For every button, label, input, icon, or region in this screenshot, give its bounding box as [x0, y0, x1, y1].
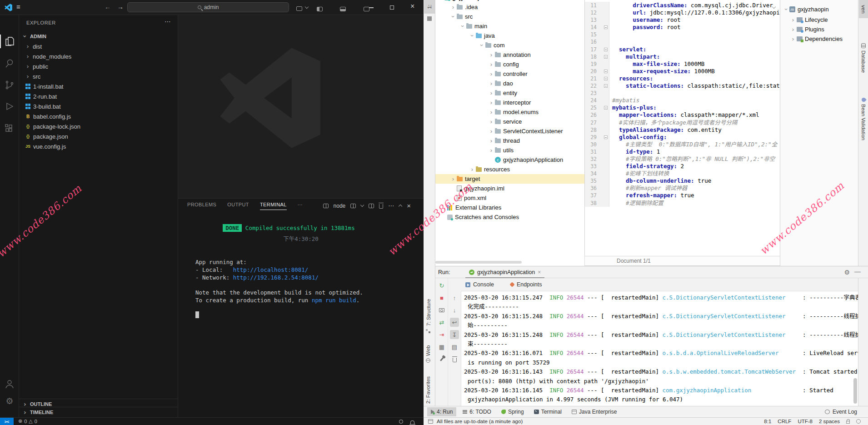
exit-icon[interactable]: ⇥ — [437, 330, 446, 339]
toolwindow-button-terminal[interactable]: Terminal — [530, 407, 565, 416]
settings-gear-icon[interactable]: ⚙ — [4, 396, 15, 407]
scroll-to-end-icon[interactable]: ↧ — [450, 330, 459, 339]
tree-item-pom-xml[interactable]: pom.xml — [435, 193, 584, 203]
tree-horizontal-scrollbar[interactable] — [435, 261, 522, 264]
soft-wrap-icon[interactable]: ↩ — [450, 318, 459, 327]
tree-item-annotation[interactable]: ›annotation — [435, 50, 584, 60]
tree-item-thread[interactable]: ›thread — [435, 136, 584, 145]
problems-status[interactable]: ⊗0 △0 — [18, 418, 37, 424]
maven-item-dependencies[interactable]: ›Dependencies — [789, 34, 843, 44]
explorer-folder-public[interactable]: ›public — [19, 61, 178, 71]
menu-hamburger-icon[interactable]: ≡ — [16, 3, 20, 10]
split-terminal-icon[interactable] — [369, 204, 374, 208]
maven-item-lifecycle[interactable]: ›Lifecycle — [789, 15, 828, 25]
run-console[interactable]: 2025-03-20 16:31:15.247 INFO 26544 --- [… — [461, 291, 858, 406]
clear-console-icon[interactable] — [450, 355, 459, 364]
layout-customize-icon[interactable] — [296, 5, 302, 13]
toolwindow-button-4-run[interactable]: 4: Run — [427, 407, 456, 416]
stop-icon[interactable]: ■ — [437, 293, 446, 302]
down-stacktrace-icon[interactable]: ↓ — [450, 305, 459, 315]
database-toolwindow-tab[interactable]: Database — [861, 43, 866, 86]
nav-forward-icon[interactable]: → — [117, 3, 124, 10]
timeline-section[interactable]: › TIMELINE — [19, 407, 178, 417]
panel-tab-output[interactable]: OUTPUT — [227, 202, 249, 210]
favorites-toolwindow-tab[interactable]: ★2: Favorites — [425, 366, 431, 412]
tree-item-gxjyzhaopinapplication[interactable]: cgxjyzhaopinApplication — [435, 155, 584, 165]
tree-item-src[interactable]: ›src — [435, 12, 584, 21]
tree-item-controller[interactable]: ›controller — [435, 69, 584, 79]
explorer-file-package-lock-json[interactable]: {}package-lock.json — [19, 121, 178, 131]
minimize-button[interactable] — [369, 7, 374, 8]
run-settings-gear-icon[interactable]: ⚙ — [844, 269, 850, 276]
explorer-file-1-install-bat[interactable]: 1-install.bat — [19, 81, 178, 91]
launch-profile-icon[interactable] — [350, 204, 356, 208]
toggle-sidebar-icon[interactable] — [317, 7, 323, 11]
maven-toolwindow-tab[interactable]: ven — [859, 0, 868, 18]
restart-springs-icon[interactable]: ⇄ — [437, 318, 446, 327]
editor-watermark-area[interactable] — [178, 15, 424, 198]
panel-tabs-more-icon[interactable]: ⋯ — [298, 202, 303, 210]
search-sidebar-icon[interactable] — [4, 58, 15, 69]
camera-icon[interactable] — [437, 305, 446, 315]
tree-item-main[interactable]: ›main — [435, 21, 584, 31]
tree-item-model-enums[interactable]: ›model.enums — [435, 107, 584, 117]
explorer-file-package-json[interactable]: {}package.json — [19, 131, 178, 141]
explorer-file-3-build-bat[interactable]: 3-build.bat — [19, 101, 178, 111]
rerun-icon[interactable]: ↻ — [437, 281, 446, 290]
command-center-search[interactable]: admin — [127, 2, 289, 12]
pin-tab-icon[interactable] — [437, 355, 446, 364]
explorer-file-vue-config-js[interactable]: JSvue.config.js — [19, 141, 178, 151]
remote-indicator[interactable]: >< — [0, 418, 14, 425]
readonly-lock-icon[interactable] — [846, 421, 850, 424]
account-icon[interactable] — [4, 379, 15, 390]
panel-tab-problems[interactable]: PROBLEMS — [187, 202, 216, 210]
run-debug-icon[interactable] — [4, 101, 15, 112]
run-configuration-tab[interactable]: gxjyzhaopinApplication × — [465, 267, 544, 279]
network-url-link[interactable]: http://192.168.2.54:8081/ — [233, 274, 319, 281]
tree-item-service[interactable]: ›service — [435, 117, 584, 126]
extensions-icon[interactable] — [4, 123, 15, 134]
tree-item-scratches-and-consoles[interactable]: Scratches and Consoles — [435, 212, 584, 222]
launch-profile-dropdown-icon[interactable] — [360, 203, 364, 207]
kill-terminal-icon[interactable] — [379, 204, 383, 209]
run-view-tab-console[interactable]: Console — [465, 281, 494, 288]
layout-grid-icon[interactable]: ▦ — [437, 342, 446, 351]
tree-item-external-libraries[interactable]: External Libraries — [435, 203, 584, 212]
explorer-folder-dist[interactable]: ›dist — [19, 41, 178, 51]
maximize-button[interactable] — [390, 5, 394, 10]
tree-item-target[interactable]: ›target — [435, 174, 584, 184]
explorer-more-icon[interactable]: ⋯ — [165, 18, 171, 25]
explorer-folder-node-modules[interactable]: ›node_modules — [19, 51, 178, 61]
line-ending[interactable]: CRLF — [778, 419, 791, 424]
nav-back-icon[interactable]: ← — [105, 3, 111, 10]
tree-item-idea[interactable]: ›.idea — [435, 2, 584, 12]
hector-icon[interactable] — [856, 419, 861, 424]
explorer-file-2-run-bat[interactable]: 2-run.bat — [19, 91, 178, 101]
project-section-admin[interactable]: › ADMIN — [19, 31, 178, 41]
tree-item-entity[interactable]: ›entity — [435, 88, 584, 98]
bean-validation-toolwindow-tab[interactable]: Bean Validation — [861, 98, 866, 155]
explorer-icon[interactable] — [4, 36, 15, 47]
tree-item-dao[interactable]: ›dao — [435, 79, 584, 88]
file-encoding[interactable]: UTF-8 — [798, 419, 813, 424]
source-control-icon[interactable] — [4, 80, 15, 90]
tree-item-utils[interactable]: ›utils — [435, 145, 584, 155]
tree-item-servletcontextlistener[interactable]: ›ServletContextListener — [435, 126, 584, 136]
notifications-bell-icon[interactable] — [410, 420, 414, 424]
explorer-file-babel-config-js[interactable]: Bbabel.config.js — [19, 111, 178, 121]
print-icon[interactable]: ▤ — [450, 342, 459, 351]
project-toolwindow-tab[interactable]: 1: — [424, 0, 435, 14]
close-run-tab-icon[interactable]: × — [538, 269, 541, 275]
tree-item-interceptor[interactable]: ›interceptor — [435, 98, 584, 107]
layout-dropdown-icon[interactable] — [305, 5, 309, 9]
panel-more-icon[interactable]: ⋯ — [388, 202, 394, 209]
terminal-output[interactable]: DONE Compiled successfully in 13881ms 下午… — [178, 213, 424, 418]
toolwindow-button-java-enterprise[interactable]: Java Enterprise — [568, 407, 620, 416]
run-view-tab-endpoints[interactable]: Endpoints — [510, 281, 542, 288]
feedback-icon[interactable] — [399, 420, 403, 424]
close-button[interactable]: × — [410, 2, 414, 10]
tree-item-config[interactable]: ›config — [435, 60, 584, 69]
maven-root-row[interactable]: › m gxjyzhaopin — [783, 5, 829, 14]
panel-tab-terminal[interactable]: TERMINAL — [260, 202, 287, 210]
local-url-link[interactable]: http://localhost:8081/ — [233, 266, 309, 273]
